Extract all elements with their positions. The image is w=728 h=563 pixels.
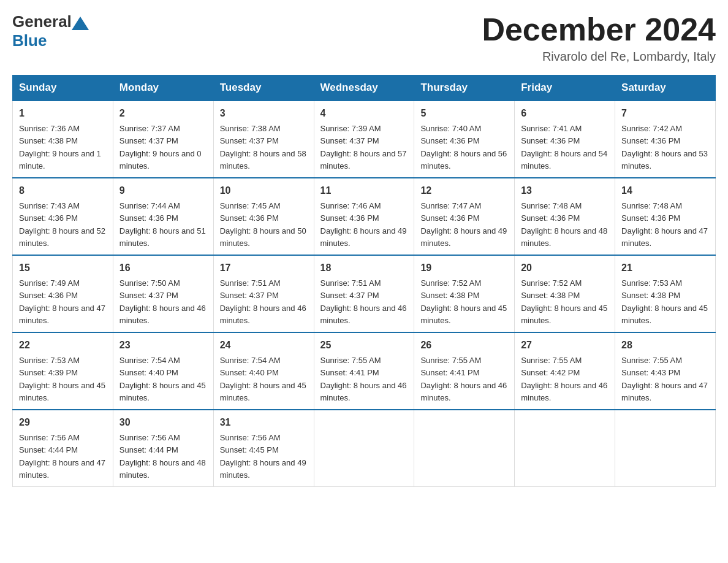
day-info: Sunrise: 7:53 AMSunset: 4:39 PMDaylight:…	[19, 356, 105, 402]
day-number: 17	[220, 261, 308, 275]
day-info: Sunrise: 7:50 AMSunset: 4:37 PMDaylight:…	[119, 278, 206, 325]
calendar-cell: 3 Sunrise: 7:38 AMSunset: 4:37 PMDayligh…	[213, 101, 314, 178]
day-number: 29	[19, 415, 107, 430]
calendar-cell: 5 Sunrise: 7:40 AMSunset: 4:36 PMDayligh…	[414, 101, 515, 178]
calendar-cell	[615, 410, 716, 487]
day-number: 22	[19, 338, 107, 353]
day-number: 24	[220, 338, 308, 353]
calendar-week-row: 8 Sunrise: 7:43 AMSunset: 4:36 PMDayligh…	[13, 178, 716, 255]
calendar-cell: 17 Sunrise: 7:51 AMSunset: 4:37 PMDaylig…	[213, 255, 314, 332]
day-info: Sunrise: 7:55 AMSunset: 4:41 PMDaylight:…	[320, 356, 407, 402]
day-number: 14	[621, 183, 709, 198]
day-number: 18	[320, 261, 408, 275]
calendar-cell: 19 Sunrise: 7:52 AMSunset: 4:38 PMDaylig…	[414, 255, 515, 332]
calendar-cell: 6 Sunrise: 7:41 AMSunset: 4:36 PMDayligh…	[515, 101, 615, 178]
calendar-cell: 31 Sunrise: 7:56 AMSunset: 4:45 PMDaylig…	[213, 410, 314, 487]
calendar-cell: 21 Sunrise: 7:53 AMSunset: 4:38 PMDaylig…	[615, 255, 716, 332]
day-info: Sunrise: 7:41 AMSunset: 4:36 PMDaylight:…	[521, 124, 607, 170]
day-info: Sunrise: 7:55 AMSunset: 4:43 PMDaylight:…	[621, 356, 708, 402]
day-number: 3	[220, 106, 308, 121]
calendar-cell: 28 Sunrise: 7:55 AMSunset: 4:43 PMDaylig…	[615, 332, 716, 410]
day-number: 31	[220, 415, 308, 430]
calendar-cell: 24 Sunrise: 7:54 AMSunset: 4:40 PMDaylig…	[213, 332, 314, 410]
day-info: Sunrise: 7:48 AMSunset: 4:36 PMDaylight:…	[621, 201, 708, 248]
day-info: Sunrise: 7:52 AMSunset: 4:38 PMDaylight:…	[521, 278, 607, 325]
day-number: 6	[521, 106, 609, 121]
day-info: Sunrise: 7:42 AMSunset: 4:36 PMDaylight:…	[621, 124, 708, 170]
calendar-cell: 16 Sunrise: 7:50 AMSunset: 4:37 PMDaylig…	[113, 255, 213, 332]
day-info: Sunrise: 7:44 AMSunset: 4:36 PMDaylight:…	[119, 201, 206, 248]
calendar-cell: 8 Sunrise: 7:43 AMSunset: 4:36 PMDayligh…	[13, 178, 113, 255]
day-info: Sunrise: 7:43 AMSunset: 4:36 PMDaylight:…	[19, 201, 105, 248]
calendar-cell	[314, 410, 414, 487]
calendar-cell: 1 Sunrise: 7:36 AMSunset: 4:38 PMDayligh…	[13, 101, 113, 178]
calendar-cell: 22 Sunrise: 7:53 AMSunset: 4:39 PMDaylig…	[13, 332, 113, 410]
calendar-week-row: 15 Sunrise: 7:49 AMSunset: 4:36 PMDaylig…	[13, 255, 716, 332]
day-number: 10	[220, 183, 308, 198]
calendar-cell: 26 Sunrise: 7:55 AMSunset: 4:41 PMDaylig…	[414, 332, 515, 410]
day-number: 13	[521, 183, 609, 198]
calendar-cell: 12 Sunrise: 7:47 AMSunset: 4:36 PMDaylig…	[414, 178, 515, 255]
calendar-cell: 7 Sunrise: 7:42 AMSunset: 4:36 PMDayligh…	[615, 101, 716, 178]
calendar-cell: 13 Sunrise: 7:48 AMSunset: 4:36 PMDaylig…	[515, 178, 615, 255]
day-number: 9	[119, 183, 207, 198]
calendar-cell	[515, 410, 615, 487]
column-header-monday: Monday	[113, 75, 213, 101]
logo-general-text: General	[12, 12, 72, 31]
day-info: Sunrise: 7:40 AMSunset: 4:36 PMDaylight:…	[420, 124, 507, 170]
day-info: Sunrise: 7:54 AMSunset: 4:40 PMDaylight:…	[220, 356, 306, 402]
day-number: 1	[19, 106, 107, 121]
calendar-week-row: 1 Sunrise: 7:36 AMSunset: 4:38 PMDayligh…	[13, 101, 716, 178]
location-subtitle: Rivarolo del Re, Lombardy, Italy	[482, 50, 716, 64]
calendar-cell: 11 Sunrise: 7:46 AMSunset: 4:36 PMDaylig…	[314, 178, 414, 255]
day-info: Sunrise: 7:47 AMSunset: 4:36 PMDaylight:…	[420, 201, 507, 248]
month-title: December 2024	[482, 12, 716, 47]
logo-triangle-icon	[72, 17, 89, 30]
column-header-saturday: Saturday	[615, 75, 716, 101]
day-info: Sunrise: 7:56 AMSunset: 4:45 PMDaylight:…	[220, 433, 306, 480]
day-number: 23	[119, 338, 207, 353]
calendar-cell: 29 Sunrise: 7:56 AMSunset: 4:44 PMDaylig…	[13, 410, 113, 487]
day-number: 15	[19, 261, 107, 275]
column-header-tuesday: Tuesday	[213, 75, 314, 101]
day-number: 8	[19, 183, 107, 198]
day-info: Sunrise: 7:52 AMSunset: 4:38 PMDaylight:…	[420, 278, 507, 325]
day-number: 19	[420, 261, 508, 275]
day-number: 12	[420, 183, 508, 198]
day-info: Sunrise: 7:36 AMSunset: 4:38 PMDaylight:…	[19, 124, 101, 170]
day-info: Sunrise: 7:37 AMSunset: 4:37 PMDaylight:…	[119, 124, 202, 170]
calendar-cell: 2 Sunrise: 7:37 AMSunset: 4:37 PMDayligh…	[113, 101, 213, 178]
day-number: 2	[119, 106, 207, 121]
day-number: 20	[521, 261, 609, 275]
day-info: Sunrise: 7:55 AMSunset: 4:41 PMDaylight:…	[420, 356, 507, 402]
day-number: 26	[420, 338, 508, 353]
column-header-friday: Friday	[515, 75, 615, 101]
calendar-header-row: SundayMondayTuesdayWednesdayThursdayFrid…	[13, 75, 716, 101]
day-info: Sunrise: 7:48 AMSunset: 4:36 PMDaylight:…	[521, 201, 607, 248]
column-header-thursday: Thursday	[414, 75, 515, 101]
calendar-cell: 18 Sunrise: 7:51 AMSunset: 4:37 PMDaylig…	[314, 255, 414, 332]
day-number: 16	[119, 261, 207, 275]
calendar-cell: 25 Sunrise: 7:55 AMSunset: 4:41 PMDaylig…	[314, 332, 414, 410]
day-info: Sunrise: 7:38 AMSunset: 4:37 PMDaylight:…	[220, 124, 306, 170]
day-info: Sunrise: 7:54 AMSunset: 4:40 PMDaylight:…	[119, 356, 206, 402]
calendar-week-row: 29 Sunrise: 7:56 AMSunset: 4:44 PMDaylig…	[13, 410, 716, 487]
day-info: Sunrise: 7:51 AMSunset: 4:37 PMDaylight:…	[220, 278, 306, 325]
day-number: 30	[119, 415, 207, 430]
calendar-cell: 15 Sunrise: 7:49 AMSunset: 4:36 PMDaylig…	[13, 255, 113, 332]
calendar-cell: 14 Sunrise: 7:48 AMSunset: 4:36 PMDaylig…	[615, 178, 716, 255]
title-section: December 2024 Rivarolo del Re, Lombardy,…	[482, 12, 716, 64]
day-number: 4	[320, 106, 408, 121]
day-info: Sunrise: 7:51 AMSunset: 4:37 PMDaylight:…	[320, 278, 407, 325]
day-number: 7	[621, 106, 709, 121]
logo: General Blue	[12, 12, 89, 50]
calendar-cell: 9 Sunrise: 7:44 AMSunset: 4:36 PMDayligh…	[113, 178, 213, 255]
day-info: Sunrise: 7:56 AMSunset: 4:44 PMDaylight:…	[119, 433, 206, 480]
day-info: Sunrise: 7:39 AMSunset: 4:37 PMDaylight:…	[320, 124, 407, 170]
logo-blue-text: Blue	[12, 31, 89, 50]
day-number: 11	[320, 183, 408, 198]
calendar-cell: 23 Sunrise: 7:54 AMSunset: 4:40 PMDaylig…	[113, 332, 213, 410]
calendar-cell: 10 Sunrise: 7:45 AMSunset: 4:36 PMDaylig…	[213, 178, 314, 255]
day-info: Sunrise: 7:53 AMSunset: 4:38 PMDaylight:…	[621, 278, 708, 325]
column-header-wednesday: Wednesday	[314, 75, 414, 101]
